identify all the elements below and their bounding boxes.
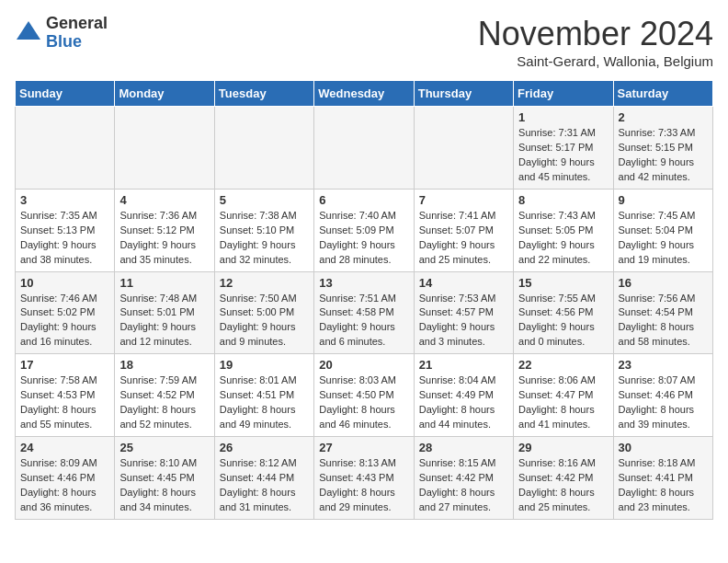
day-number: 2 [619,110,708,124]
calendar-week-row: 17Sunrise: 7:58 AM Sunset: 4:53 PM Dayli… [16,354,713,437]
day-info: Sunrise: 7:46 AM Sunset: 5:02 PM Dayligh… [20,293,97,348]
logo-icon [15,19,42,47]
day-number: 16 [619,276,708,290]
day-info: Sunrise: 7:50 AM Sunset: 5:00 PM Dayligh… [220,293,297,348]
day-info: Sunrise: 8:18 AM Sunset: 4:41 PM Dayligh… [619,457,696,512]
day-number: 11 [119,276,209,290]
header-cell: Sunday [16,81,115,107]
header-cell: Monday [115,81,214,107]
calendar-week-row: 1Sunrise: 7:31 AM Sunset: 5:17 PM Daylig… [16,107,713,190]
day-number: 10 [20,276,109,290]
day-info: Sunrise: 8:13 AM Sunset: 4:43 PM Dayligh… [319,457,396,512]
day-info: Sunrise: 7:56 AM Sunset: 4:54 PM Dayligh… [619,293,696,348]
day-info: Sunrise: 7:31 AM Sunset: 5:17 PM Dayligh… [518,127,596,182]
day-info: Sunrise: 7:58 AM Sunset: 4:53 PM Dayligh… [20,374,97,430]
calendar-cell: 27Sunrise: 8:13 AM Sunset: 4:43 PM Dayli… [314,437,414,520]
day-number: 30 [619,441,708,454]
header-row: SundayMondayTuesdayWednesdayThursdayFrid… [16,81,713,107]
svg-marker-0 [17,21,40,40]
day-info: Sunrise: 7:36 AM Sunset: 5:12 PM Dayligh… [119,210,197,265]
day-number: 26 [220,441,309,454]
calendar-cell: 26Sunrise: 8:12 AM Sunset: 4:44 PM Dayli… [214,437,313,520]
header-cell: Tuesday [214,81,313,107]
day-info: Sunrise: 8:04 AM Sunset: 4:49 PM Dayligh… [419,374,496,430]
calendar-cell: 6Sunrise: 7:40 AM Sunset: 5:09 PM Daylig… [314,189,414,271]
day-number: 23 [619,358,708,372]
day-info: Sunrise: 7:40 AM Sunset: 5:09 PM Dayligh… [319,210,396,265]
calendar-cell: 24Sunrise: 8:09 AM Sunset: 4:46 PM Dayli… [16,437,115,520]
day-info: Sunrise: 7:41 AM Sunset: 5:07 PM Dayligh… [419,210,496,265]
day-info: Sunrise: 7:38 AM Sunset: 5:10 PM Dayligh… [220,210,297,265]
calendar-cell: 12Sunrise: 7:50 AM Sunset: 5:00 PM Dayli… [214,271,313,354]
day-number: 27 [319,441,408,454]
header-cell: Wednesday [314,81,414,107]
logo-text: General Blue [46,15,108,52]
calendar-cell: 21Sunrise: 8:04 AM Sunset: 4:49 PM Dayli… [414,354,513,437]
day-info: Sunrise: 8:06 AM Sunset: 4:47 PM Dayligh… [518,374,596,430]
day-number: 9 [619,193,708,207]
calendar-cell [16,107,115,190]
day-info: Sunrise: 7:33 AM Sunset: 5:15 PM Dayligh… [619,127,696,182]
calendar-cell [414,107,513,190]
day-number: 24 [20,441,109,454]
day-number: 3 [20,193,109,207]
day-number: 1 [518,110,608,124]
calendar-cell: 7Sunrise: 7:41 AM Sunset: 5:07 PM Daylig… [414,189,513,271]
calendar-cell: 9Sunrise: 7:45 AM Sunset: 5:04 PM Daylig… [613,189,712,271]
day-number: 25 [119,441,209,454]
logo-general: General [46,15,108,33]
logo: General Blue [15,15,108,52]
month-title: November 2024 [478,15,713,53]
location-title: Saint-Gerard, Wallonia, Belgium [478,53,713,69]
day-info: Sunrise: 7:53 AM Sunset: 4:57 PM Dayligh… [419,293,496,348]
day-number: 4 [119,193,209,207]
calendar-cell: 22Sunrise: 8:06 AM Sunset: 4:47 PM Dayli… [514,354,613,437]
day-info: Sunrise: 7:48 AM Sunset: 5:01 PM Dayligh… [119,293,197,348]
day-number: 18 [119,358,209,372]
day-info: Sunrise: 8:15 AM Sunset: 4:42 PM Dayligh… [419,457,496,512]
calendar-cell: 20Sunrise: 8:03 AM Sunset: 4:50 PM Dayli… [314,354,414,437]
day-info: Sunrise: 8:07 AM Sunset: 4:46 PM Dayligh… [619,374,696,430]
calendar-cell: 16Sunrise: 7:56 AM Sunset: 4:54 PM Dayli… [613,271,712,354]
header-cell: Friday [514,81,613,107]
calendar-cell [115,107,214,190]
calendar-table: SundayMondayTuesdayWednesdayThursdayFrid… [15,80,713,520]
day-number: 13 [319,276,408,290]
calendar-cell: 3Sunrise: 7:35 AM Sunset: 5:13 PM Daylig… [16,189,115,271]
day-info: Sunrise: 7:45 AM Sunset: 5:04 PM Dayligh… [619,210,696,265]
day-info: Sunrise: 8:01 AM Sunset: 4:51 PM Dayligh… [220,374,297,430]
calendar-cell: 23Sunrise: 8:07 AM Sunset: 4:46 PM Dayli… [613,354,712,437]
calendar-cell: 17Sunrise: 7:58 AM Sunset: 4:53 PM Dayli… [16,354,115,437]
title-section: November 2024 Saint-Gerard, Wallonia, Be… [478,15,713,69]
day-number: 12 [220,276,309,290]
calendar-week-row: 24Sunrise: 8:09 AM Sunset: 4:46 PM Dayli… [16,437,713,520]
calendar-cell: 11Sunrise: 7:48 AM Sunset: 5:01 PM Dayli… [115,271,214,354]
day-number: 7 [419,193,508,207]
day-number: 28 [419,441,508,454]
day-info: Sunrise: 8:10 AM Sunset: 4:45 PM Dayligh… [119,457,197,512]
calendar-cell: 14Sunrise: 7:53 AM Sunset: 4:57 PM Dayli… [414,271,513,354]
day-number: 29 [518,441,608,454]
calendar-week-row: 10Sunrise: 7:46 AM Sunset: 5:02 PM Dayli… [16,271,713,354]
logo-blue: Blue [46,33,108,52]
day-info: Sunrise: 8:03 AM Sunset: 4:50 PM Dayligh… [319,374,396,430]
day-number: 21 [419,358,508,372]
calendar-cell: 29Sunrise: 8:16 AM Sunset: 4:42 PM Dayli… [514,437,613,520]
calendar-week-row: 3Sunrise: 7:35 AM Sunset: 5:13 PM Daylig… [16,189,713,271]
day-info: Sunrise: 7:43 AM Sunset: 5:05 PM Dayligh… [518,210,596,265]
day-info: Sunrise: 7:51 AM Sunset: 4:58 PM Dayligh… [319,293,396,348]
day-info: Sunrise: 8:12 AM Sunset: 4:44 PM Dayligh… [220,457,297,512]
day-number: 15 [518,276,608,290]
day-number: 17 [20,358,109,372]
day-info: Sunrise: 7:35 AM Sunset: 5:13 PM Dayligh… [20,210,97,265]
calendar-cell: 5Sunrise: 7:38 AM Sunset: 5:10 PM Daylig… [214,189,313,271]
day-info: Sunrise: 8:09 AM Sunset: 4:46 PM Dayligh… [20,457,97,512]
calendar-cell: 1Sunrise: 7:31 AM Sunset: 5:17 PM Daylig… [514,107,613,190]
calendar-cell: 15Sunrise: 7:55 AM Sunset: 4:56 PM Dayli… [514,271,613,354]
calendar-cell [214,107,313,190]
calendar-cell [314,107,414,190]
day-number: 6 [319,193,408,207]
day-number: 20 [319,358,408,372]
day-number: 5 [220,193,309,207]
header-cell: Saturday [613,81,712,107]
